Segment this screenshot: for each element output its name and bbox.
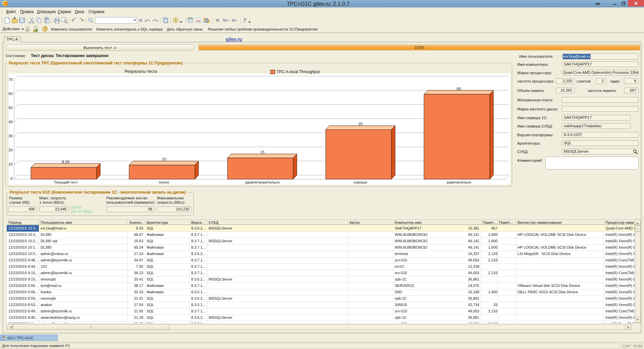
svg-text:20: 20 (9, 148, 13, 152)
svg-text:15: 15 (260, 150, 265, 154)
svg-text:Текущий тест: Текущий тест (54, 180, 78, 184)
svg-text:M−: M− (232, 18, 238, 23)
svg-text:31: 31 (197, 19, 200, 22)
svg-text:M+: M+ (223, 18, 229, 23)
svg-text:удовлетворительно: удовлетворительно (245, 180, 280, 184)
svg-text:50: 50 (9, 106, 13, 110)
svg-text:40: 40 (9, 120, 13, 124)
svg-text:35: 35 (359, 122, 363, 126)
svg-text:60: 60 (457, 87, 461, 91)
svg-text:замечательно: замечательно (446, 180, 471, 184)
svg-text:30: 30 (9, 134, 13, 138)
svg-text:i: i (175, 18, 176, 23)
svg-text:60: 60 (9, 92, 13, 96)
svg-text:10: 10 (9, 162, 13, 166)
svg-text:M: M (216, 18, 219, 23)
svg-text:плохо: плохо (159, 180, 169, 184)
svg-text:0: 0 (11, 177, 13, 181)
svg-text:70: 70 (9, 78, 13, 82)
svg-text:хорошо: хорошо (354, 180, 367, 184)
svg-text:10: 10 (162, 157, 166, 161)
svg-text:8.29: 8.29 (62, 160, 69, 164)
